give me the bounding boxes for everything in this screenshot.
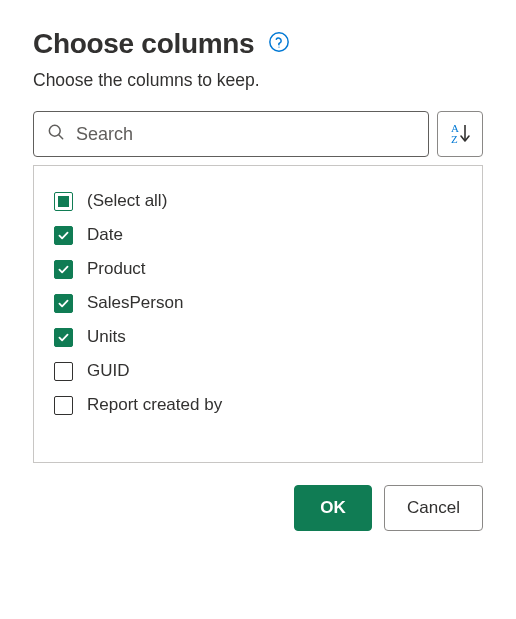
column-label: Date [87,225,123,245]
column-checkbox[interactable] [54,396,73,415]
svg-text:Z: Z [451,133,458,145]
column-item[interactable]: SalesPerson [54,286,462,320]
ok-button[interactable]: OK [294,485,372,531]
column-checkbox[interactable] [54,226,73,245]
search-box[interactable] [33,111,429,157]
column-label: Report created by [87,395,222,415]
search-row: A Z [33,111,483,157]
column-label: Units [87,327,126,347]
column-checkbox[interactable] [54,260,73,279]
svg-point-0 [270,33,288,51]
columns-list-panel: (Select all) DateProductSalesPersonUnits… [33,165,483,463]
dialog-buttons: OK Cancel [33,485,483,531]
select-all-checkbox[interactable] [54,192,73,211]
column-checkbox[interactable] [54,362,73,381]
column-item[interactable]: Report created by [54,388,462,422]
column-item[interactable]: Product [54,252,462,286]
select-all-label: (Select all) [87,191,167,211]
select-all-item[interactable]: (Select all) [54,184,462,218]
column-label: SalesPerson [87,293,183,313]
help-icon[interactable] [268,31,290,57]
search-icon [46,122,76,146]
column-label: GUID [87,361,130,381]
column-label: Product [87,259,146,279]
cancel-button[interactable]: Cancel [384,485,483,531]
svg-line-3 [59,135,63,139]
column-checkbox[interactable] [54,328,73,347]
column-checkbox[interactable] [54,294,73,313]
dialog-title: Choose columns [33,28,254,60]
column-item[interactable]: Date [54,218,462,252]
sort-az-button[interactable]: A Z [437,111,483,157]
svg-point-1 [279,46,280,47]
search-input[interactable] [76,124,416,145]
column-item[interactable]: Units [54,320,462,354]
column-item[interactable]: GUID [54,354,462,388]
sort-az-icon: A Z [448,121,472,148]
dialog-subtitle: Choose the columns to keep. [33,70,483,91]
dialog-header: Choose columns [33,28,483,60]
